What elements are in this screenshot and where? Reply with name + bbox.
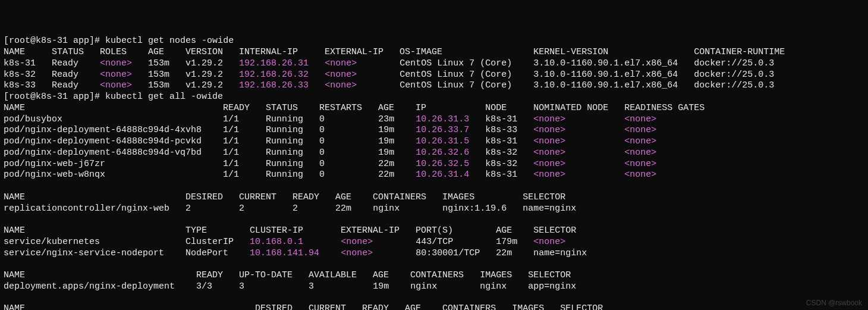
node-kernel: 3.10.0-1160.90.1.el7.x86_64 bbox=[533, 58, 694, 68]
pod-name: pod/nginx-deployment-64888c994d-pcvkd bbox=[4, 136, 223, 146]
pod-restarts: 0 bbox=[319, 170, 378, 180]
command: kubectl get all -owide bbox=[105, 92, 223, 102]
node-kernel: 3.10.0-1160.90.1.el7.x86_64 bbox=[533, 80, 694, 90]
node-age: 153m bbox=[148, 70, 185, 80]
svc-ports: 443/TCP bbox=[416, 237, 496, 247]
pod-nominated: <none> bbox=[533, 136, 565, 146]
pod-ip: 10.26.33.7 bbox=[416, 125, 469, 135]
svc-selector: <none> bbox=[533, 237, 565, 247]
node-runtime: docker://25.0.3 bbox=[694, 70, 774, 80]
pod-name: pod/nginx-deployment-64888c994d-vq7bd bbox=[4, 148, 223, 158]
pod-age: 19m bbox=[378, 136, 416, 146]
prompt-user-host: root@k8s-31 bbox=[9, 92, 68, 102]
pod-restarts: 0 bbox=[319, 125, 378, 135]
pod-node: k8s-32 bbox=[485, 148, 533, 158]
pod-ready: 1/1 bbox=[223, 114, 266, 124]
pod-name: pod/nginx-web-j67zr bbox=[4, 159, 223, 169]
pod-ready: 1/1 bbox=[223, 170, 266, 180]
rc-selector: name=nginx bbox=[523, 203, 576, 214]
pod-status: Running bbox=[266, 148, 319, 158]
prompt-user-host: root@k8s-31 bbox=[9, 36, 68, 46]
rc-name: replicationcontroller/nginx-web bbox=[4, 203, 185, 214]
node-internal-ip: 192.168.26.31 bbox=[239, 58, 309, 68]
pod-node: k8s-31 bbox=[485, 114, 533, 124]
rc-current: 2 bbox=[239, 203, 293, 214]
node-status: Ready bbox=[52, 70, 100, 80]
node-roles: <none> bbox=[100, 70, 132, 80]
pod-name: pod/nginx-deployment-64888c994d-4xvh8 bbox=[4, 125, 223, 135]
pod-ip: 10.26.32.5 bbox=[416, 159, 469, 169]
pod-name: pod/busybox bbox=[4, 114, 223, 124]
pod-age: 19m bbox=[378, 148, 416, 158]
pod-status: Running bbox=[266, 114, 319, 124]
pod-ready: 1/1 bbox=[223, 159, 266, 169]
rc-images: nginx:1.19.6 bbox=[442, 203, 523, 214]
pod-node: k8s-32 bbox=[485, 159, 533, 169]
pod-ip: 10.26.31.3 bbox=[416, 114, 469, 124]
pod-restarts: 0 bbox=[319, 114, 378, 124]
node-os: CentOS Linux 7 (Core) bbox=[400, 58, 533, 68]
pod-ready: 1/1 bbox=[223, 136, 266, 146]
node-status: Ready bbox=[52, 80, 100, 90]
deploy-containers: nginx bbox=[410, 281, 480, 292]
deploy-name: deployment.apps/nginx-deployment bbox=[4, 281, 196, 292]
node-name: k8s-33 bbox=[4, 80, 52, 90]
node-version: v1.29.2 bbox=[185, 58, 239, 68]
deploy-available: 3 bbox=[309, 281, 373, 292]
pod-restarts: 0 bbox=[319, 148, 378, 158]
pod-node: k8s-31 bbox=[485, 136, 533, 146]
node-age: 153m bbox=[148, 80, 185, 90]
prompt-dir: app bbox=[73, 92, 89, 102]
pod-nominated: <none> bbox=[533, 125, 565, 135]
pod-age: 23m bbox=[378, 114, 416, 124]
node-name: k8s-31 bbox=[4, 58, 52, 68]
node-name: k8s-32 bbox=[4, 70, 52, 80]
deploy-images: nginx bbox=[480, 281, 528, 292]
svc-type: NodePort bbox=[185, 248, 250, 258]
svc-type: ClusterIP bbox=[185, 237, 250, 247]
node-os: CentOS Linux 7 (Core) bbox=[400, 80, 533, 90]
node-age: 153m bbox=[148, 58, 185, 68]
command: kubectl get nodes -owide bbox=[105, 36, 234, 46]
node-runtime: docker://25.0.3 bbox=[694, 80, 774, 90]
pod-ip: 10.26.32.6 bbox=[416, 148, 469, 158]
rc-desired: 2 bbox=[185, 203, 239, 214]
pod-status: Running bbox=[266, 170, 319, 180]
svc-external-ip: <none> bbox=[341, 248, 373, 258]
terminal-output[interactable]: [root@k8s-31 app]# kubectl get nodes -ow… bbox=[4, 36, 864, 310]
pod-restarts: 0 bbox=[319, 136, 378, 146]
pod-ready: 1/1 bbox=[223, 148, 266, 158]
node-runtime: docker://25.0.3 bbox=[694, 58, 774, 68]
pod-restarts: 0 bbox=[319, 159, 378, 169]
node-status: Ready bbox=[52, 58, 100, 68]
svc-name: service/kubernetes bbox=[4, 237, 185, 247]
svc-external-ip: <none> bbox=[341, 237, 373, 247]
svc-cluster-ip: 10.168.141.94 bbox=[250, 248, 319, 258]
deploy-age: 19m bbox=[373, 281, 410, 292]
watermark: CSDN @rswbook bbox=[806, 299, 862, 308]
rc-age: 22m bbox=[335, 203, 373, 214]
pod-ip: 10.26.31.5 bbox=[416, 136, 469, 146]
pod-gates: <none> bbox=[624, 159, 656, 169]
svc-selector: name=nginx bbox=[533, 248, 587, 258]
pod-age: 22m bbox=[378, 159, 416, 169]
pod-node: k8s-31 bbox=[485, 170, 533, 180]
pod-nominated: <none> bbox=[533, 148, 565, 158]
node-external-ip: <none> bbox=[325, 70, 357, 80]
svc-name: service/nginx-service-nodeport bbox=[4, 248, 185, 258]
pod-ip: 10.26.31.4 bbox=[416, 170, 469, 180]
pod-status: Running bbox=[266, 159, 319, 169]
pod-age: 22m bbox=[378, 170, 416, 180]
node-roles: <none> bbox=[100, 80, 132, 90]
node-version: v1.29.2 bbox=[185, 70, 239, 80]
pod-status: Running bbox=[266, 125, 319, 135]
rc-ready: 2 bbox=[293, 203, 335, 214]
pod-ready: 1/1 bbox=[223, 125, 266, 135]
pod-nominated: <none> bbox=[533, 114, 565, 124]
pod-gates: <none> bbox=[624, 114, 656, 124]
svc-age: 22m bbox=[496, 248, 533, 258]
node-version: v1.29.2 bbox=[185, 80, 239, 90]
pod-status: Running bbox=[266, 136, 319, 146]
pod-name: pod/nginx-web-w8nqx bbox=[4, 170, 223, 180]
pod-gates: <none> bbox=[624, 136, 656, 146]
